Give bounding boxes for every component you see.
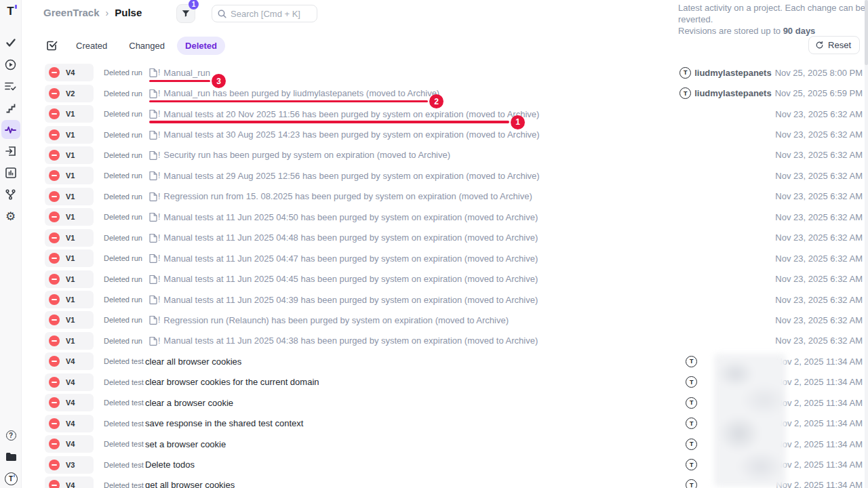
version-badge: V4 xyxy=(45,373,94,391)
revision-meta: Nov 23, 2025 6:32 AM xyxy=(775,253,863,264)
revision-text: Manual tests at 11 Jun 2025 04:48 has be… xyxy=(163,232,538,243)
revision-meta: TliudmylastepanetsNov 25, 2025 6:59 PM xyxy=(679,87,863,99)
projects-button[interactable] xyxy=(1,447,20,466)
revision-row[interactable]: V1Deleted run!Manual tests at 11 Jun 202… xyxy=(22,248,868,268)
minus-bar xyxy=(52,443,57,445)
minus-bar xyxy=(52,340,57,342)
steps-icon xyxy=(5,103,16,113)
annotation-underline xyxy=(149,80,210,83)
gear-icon: ⚙ xyxy=(5,211,16,222)
revision-text: Manual tests at 11 Jun 2025 04:39 has be… xyxy=(163,295,538,305)
revision-row[interactable]: V1Deleted run!Manual tests at 11 Jun 202… xyxy=(22,331,868,351)
change-kind-label: Deleted run xyxy=(104,316,142,324)
timestamp: Nov 23, 2025 6:32 AM xyxy=(775,315,863,325)
revision-text: Regression run (Relaunch) has been purge… xyxy=(163,315,509,325)
scrollbar-thumb[interactable] xyxy=(865,0,868,65)
search-icon xyxy=(218,9,226,18)
deleted-minus-icon xyxy=(49,356,60,367)
revision-row[interactable]: V1Deleted run!Regression run (Relaunch) … xyxy=(22,310,868,330)
version-label: V4 xyxy=(66,357,75,365)
version-label: V2 xyxy=(66,89,75,98)
version-label: V1 xyxy=(66,213,75,221)
version-label: V1 xyxy=(66,296,75,304)
revision-row[interactable]: V1Deleted run!Manual tests at 11 Jun 202… xyxy=(22,268,868,289)
deleted-minus-icon xyxy=(49,191,60,202)
tab-changed[interactable]: Changed xyxy=(121,37,173,55)
revision-meta: Nov 23, 2025 6:32 AM xyxy=(775,171,863,181)
version-badge: V1 xyxy=(45,332,94,350)
bar-chart-icon xyxy=(5,167,16,178)
deleted-minus-icon xyxy=(49,274,60,285)
file-alert-icon: ! xyxy=(149,192,160,201)
timestamp: Nov 2, 2025 11:34 AM xyxy=(776,439,863,449)
deleted-minus-icon xyxy=(49,211,60,222)
sidebar-bottom: ? T xyxy=(0,426,22,488)
help-button[interactable]: ? xyxy=(1,426,20,445)
sidebar-item-pulse[interactable] xyxy=(1,120,20,139)
sidebar-item-settings[interactable]: ⚙ xyxy=(1,207,20,226)
app-logo[interactable]: T xyxy=(0,0,22,23)
change-kind-label: Deleted run xyxy=(104,213,142,221)
user-avatar-icon: T xyxy=(686,376,697,388)
revision-row[interactable]: V1Deleted run!Manual tests at 11 Jun 202… xyxy=(22,207,868,227)
revision-text: Regression run from 15. 08.2025 has been… xyxy=(163,191,532,201)
timestamp: Nov 25, 2025 8:00 PM xyxy=(775,68,863,78)
version-label: V3 xyxy=(66,461,75,469)
select-all-button[interactable] xyxy=(47,40,58,51)
sidebar-item-tasks[interactable] xyxy=(1,33,20,52)
revision-text: Manual tests at 11 Jun 2025 04:47 has be… xyxy=(163,253,538,264)
minus-bar xyxy=(52,175,57,176)
refresh-icon xyxy=(815,41,824,49)
version-label: V1 xyxy=(66,110,75,118)
timestamp: Nov 23, 2025 6:32 AM xyxy=(775,191,863,201)
sidebar-item-branches[interactable] xyxy=(1,185,20,204)
user-avatar-icon: T xyxy=(686,459,697,470)
search-box[interactable] xyxy=(212,5,317,22)
change-kind-label: Deleted run xyxy=(104,337,142,345)
tab-deleted[interactable]: Deleted xyxy=(177,37,225,55)
annotation-underline xyxy=(149,100,428,103)
sidebar-item-steps[interactable] xyxy=(1,98,20,117)
account-button[interactable]: T xyxy=(1,469,20,488)
timestamp: Nov 23, 2025 6:32 AM xyxy=(775,253,863,264)
user-avatar-icon: T xyxy=(686,418,697,429)
sidebar-item-runs[interactable] xyxy=(1,55,20,74)
annotation-number-badge: 1 xyxy=(511,115,525,129)
sidebar-item-reports[interactable] xyxy=(1,163,20,182)
sidebar-item-checklist[interactable] xyxy=(1,77,20,96)
page-header: GreenTrack › Pulse 1 Latest activity on … xyxy=(22,0,868,30)
version-label: V4 xyxy=(66,399,75,407)
timestamp: Nov 23, 2025 6:32 AM xyxy=(775,109,863,119)
version-label: V4 xyxy=(66,420,75,428)
revision-row[interactable]: V1Deleted run!Manual tests at 30 Aug 202… xyxy=(22,124,868,144)
search-input[interactable] xyxy=(231,9,305,19)
change-kind-label: Deleted run xyxy=(104,254,142,262)
revision-row[interactable]: V1Deleted run!Manual tests at 11 Jun 202… xyxy=(22,289,868,310)
revision-row[interactable]: V1Deleted run!Manual tests at 11 Jun 202… xyxy=(22,228,868,248)
version-badge: V1 xyxy=(45,105,94,123)
play-circle-icon xyxy=(5,59,16,70)
revision-meta: Nov 23, 2025 6:32 AM xyxy=(775,336,863,346)
revision-text: Manual tests at 30 Aug 2025 14:23 has be… xyxy=(163,129,539,140)
timestamp: Nov 23, 2025 6:32 AM xyxy=(775,336,863,346)
tab-created[interactable]: Created xyxy=(68,37,115,55)
breadcrumb-project[interactable]: GreenTrack xyxy=(43,7,100,18)
change-kind-label: Deleted test xyxy=(104,399,142,407)
sidebar-item-import[interactable] xyxy=(1,142,20,161)
revision-text: Manual tests at 11 Jun 2025 04:45 has be… xyxy=(163,274,538,284)
revision-row[interactable]: V1Deleted run!Regression run from 15. 08… xyxy=(22,186,868,207)
file-alert-icon: ! xyxy=(149,233,160,243)
revision-row[interactable]: V1Deleted run!Security run has been purg… xyxy=(22,145,868,165)
revision-row[interactable]: V1Deleted run!Manual tests at 29 Aug 202… xyxy=(22,165,868,186)
change-kind-label: Deleted test xyxy=(104,440,142,448)
reset-button[interactable]: Reset xyxy=(808,36,860,54)
change-kind-label: Deleted run xyxy=(104,234,142,242)
version-badge: V1 xyxy=(45,188,94,205)
revision-meta: Nov 23, 2025 6:32 AM xyxy=(775,212,863,222)
deleted-minus-icon xyxy=(49,418,60,429)
page-description: Latest activity on a project. Each chang… xyxy=(678,2,868,37)
user-avatar-icon: T xyxy=(679,87,691,99)
annotation-underline xyxy=(149,121,509,123)
version-label: V1 xyxy=(66,171,75,180)
vertical-scrollbar[interactable] xyxy=(865,0,868,488)
